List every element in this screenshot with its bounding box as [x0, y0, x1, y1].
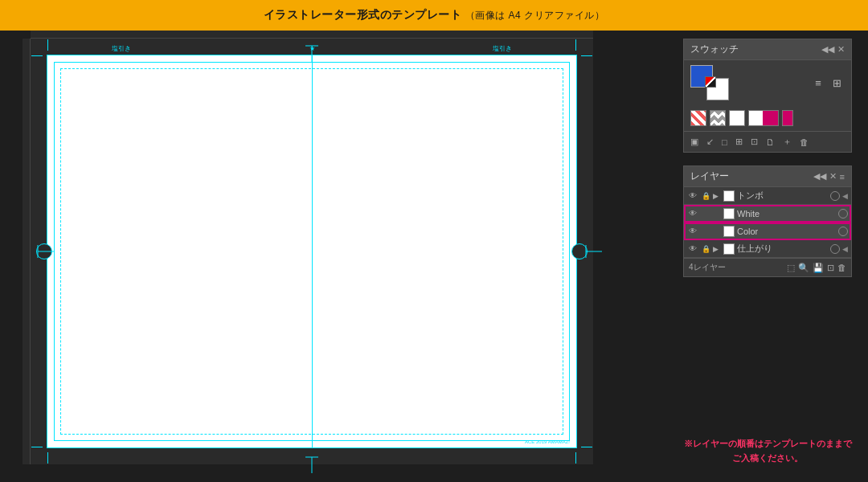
layer-row-color[interactable]: 👁 Color [684, 223, 851, 240]
swatch-white-part [749, 111, 763, 125]
swatch-white[interactable] [729, 110, 745, 126]
swatch-reset-icon[interactable] [705, 76, 716, 88]
ruler-left [23, 39, 31, 464]
layer-arrow-tombo[interactable]: ▶ [713, 192, 721, 200]
layer-arrow-white [713, 210, 721, 218]
swatches-bar-icon6[interactable]: 🗋 [764, 137, 776, 148]
layers-foot-icon3[interactable]: 💾 [813, 263, 824, 273]
layer-arrow-color [713, 227, 721, 235]
crop-mark-tr-v [575, 39, 576, 51]
swatch-extra [782, 110, 793, 126]
swatches-title: スウォッチ [690, 43, 739, 56]
layer-target-shiagari[interactable] [830, 244, 840, 254]
guide-label-left: 塩引き [112, 39, 131, 54]
crop-mark-tl-v [47, 39, 48, 51]
bottom-note-line1: ※レイヤーの順番はテンプレートのままで [684, 439, 852, 448]
layer-target-tombo[interactable] [830, 191, 840, 201]
layer-name-shiagari: 仕上がり [737, 243, 828, 255]
layers-foot-icon4[interactable]: ⊡ [827, 263, 834, 273]
banner-subtitle: （画像は A4 クリアファイル） [465, 10, 604, 21]
layer-disclosure-tombo: ◀ [842, 192, 848, 200]
swatches-grid-icon[interactable]: ⊞ [829, 75, 845, 91]
layers-footer: 4レイヤー ⬚ 🔍 💾 ⊡ 🗑 [684, 258, 851, 276]
layers-foot-icon1[interactable]: ⬚ [787, 263, 795, 273]
bottom-note: ※レイヤーの順番はテンプレートのままで ご入稿ください。 [683, 436, 852, 466]
layer-name-white: White [737, 209, 836, 219]
swatches-bottom-bar: ▣ ↙ □ ⊞ ⊡ 🗋 ＋ 🗑 [684, 131, 851, 152]
layers-title: レイヤー [690, 170, 729, 183]
swatches-bar-icon7[interactable]: ＋ [781, 135, 793, 149]
layer-color-tombo [723, 190, 735, 202]
layer-eye-tombo[interactable]: 👁 [687, 190, 698, 202]
swatches-header-icons: ◀◀ ✕ [821, 44, 845, 55]
layers-header-icons: ◀◀ ✕ ≡ [813, 171, 845, 182]
swatches-close-btn[interactable]: ✕ [837, 44, 845, 55]
layer-color-color [723, 226, 735, 237]
ruler-top [31, 31, 593, 39]
layer-lock-color [701, 227, 710, 236]
layer-row-shiagari[interactable]: 👁 🔒 ▶ 仕上がり ◀ [684, 240, 851, 258]
layer-name-tombo: トンボ [737, 190, 828, 202]
swatch-pink-part [763, 111, 778, 125]
swatch-color-boxes [690, 65, 729, 100]
banner-title-main: イラストレーター形式のテンプレート [264, 8, 462, 21]
layers-close-btn[interactable]: ✕ [829, 171, 837, 182]
layer-eye-white[interactable]: 👁 [687, 208, 698, 219]
guide-label-right: 塩引き [493, 39, 512, 54]
swatches-collapse-btn[interactable]: ◀◀ [821, 44, 834, 55]
crop-mark-tr-h [581, 55, 592, 56]
layer-eye-shiagari[interactable]: 👁 [687, 243, 698, 255]
crop-mark-br-h [581, 447, 592, 447]
layer-color-shiagari [723, 243, 735, 255]
layer-lock-white [701, 209, 710, 219]
swatches-panel: スウォッチ ◀◀ ✕ ≡ ⊞ [683, 39, 852, 153]
layers-header: レイヤー ◀◀ ✕ ≡ [684, 166, 851, 187]
layers-panel: レイヤー ◀◀ ✕ ≡ 👁 🔒 ▶ トンボ ◀ 👁 White [683, 165, 852, 277]
swatches-bar-icon4[interactable]: ⊞ [734, 136, 744, 148]
swatches-list-icon[interactable]: ≡ [810, 75, 826, 91]
swatches-bar-icon3[interactable]: □ [720, 137, 729, 148]
swatches-header: スウォッチ ◀◀ ✕ [684, 39, 851, 60]
swatches-bar-icon1[interactable]: ▣ [689, 136, 700, 148]
layer-arrow-shiagari[interactable]: ▶ [713, 245, 721, 253]
right-panel: スウォッチ ◀◀ ✕ ≡ ⊞ [683, 39, 860, 277]
canvas-area: 塩引き ★ 塩引き [31, 39, 593, 464]
center-divider [312, 55, 313, 447]
crop-mark-br-v [575, 452, 576, 464]
layer-row-white[interactable]: 👁 White [684, 205, 851, 223]
layer-target-color[interactable] [838, 227, 848, 236]
swatch-none[interactable] [690, 110, 706, 126]
swatch-registration[interactable] [710, 110, 726, 126]
layers-menu-btn[interactable]: ≡ [840, 172, 845, 182]
bottom-note-line2: ご入稿ください。 [732, 453, 803, 463]
swatches-bar-icon2[interactable]: ↙ [705, 136, 715, 148]
layers-count: 4レイヤー [689, 262, 784, 273]
layers-foot-icon5[interactable]: 🗑 [837, 263, 846, 272]
swatch-white-pink[interactable] [748, 110, 779, 126]
crop-mark-bl-v [47, 452, 48, 464]
swatches-body [684, 105, 851, 131]
layer-eye-color[interactable]: 👁 [687, 226, 698, 237]
banner-title: イラストレーター形式のテンプレート （画像は A4 クリアファイル） [264, 8, 604, 22]
swatches-toolbar: ≡ ⊞ [684, 60, 851, 105]
crop-mark-tl-h [31, 55, 43, 56]
layer-row-tombo[interactable]: 👁 🔒 ▶ トンボ ◀ [684, 187, 851, 205]
top-banner: イラストレーター形式のテンプレート （画像は A4 クリアファイル） [0, 0, 868, 31]
swatch-magenta[interactable] [782, 110, 793, 126]
template-document: 塩引き ★ 塩引き [47, 55, 577, 448]
swatches-bar-icon8[interactable]: 🗑 [798, 137, 810, 148]
layer-lock-tombo[interactable]: 🔒 [701, 191, 710, 201]
swatches-view-icons: ≡ ⊞ [810, 75, 845, 91]
crop-mark-bl-h [31, 447, 43, 447]
layer-color-white [723, 208, 735, 219]
layer-name-color: Color [737, 227, 836, 236]
layer-target-white[interactable] [838, 209, 848, 219]
layer-lock-shiagari[interactable]: 🔒 [701, 244, 710, 254]
swatches-bar-icon5[interactable]: ⊡ [749, 136, 760, 148]
layers-collapse-btn[interactable]: ◀◀ [813, 171, 826, 182]
template-bottom-text: ACE 2019 AMAMAZ! [525, 439, 570, 444]
layers-foot-icon2[interactable]: 🔍 [798, 263, 809, 273]
layer-disclosure-shiagari: ◀ [842, 245, 848, 253]
